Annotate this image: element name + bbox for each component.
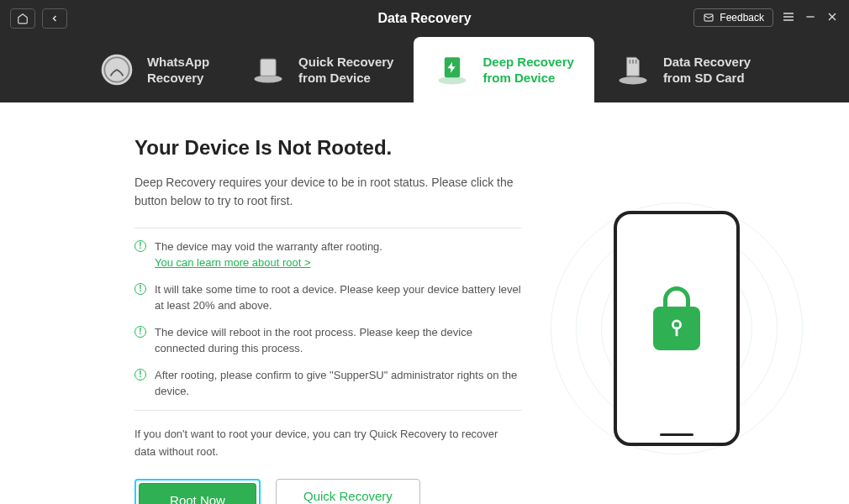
tab-label-line1: Deep Recovery: [483, 54, 573, 71]
tab-sd-recovery[interactable]: Data Recovery from SD Card: [594, 37, 771, 102]
tab-label-line1: Data Recovery: [663, 54, 751, 71]
content: Your Device Is Not Rooted. Deep Recovery…: [0, 102, 849, 504]
minimize-button[interactable]: [804, 10, 817, 26]
tab-whatsapp-recovery[interactable]: WhatsApp Recovery: [78, 37, 229, 102]
tab-label-line2: Recovery: [147, 70, 209, 87]
device-deep-icon: [434, 51, 471, 88]
svg-point-6: [439, 76, 467, 84]
page-heading: Your Device Is Not Rooted.: [134, 136, 521, 160]
tab-label-line2: from Device: [483, 70, 573, 87]
warning-item: ! After rooting, please confirm to give …: [134, 367, 521, 400]
sd-card-icon: [614, 51, 651, 88]
svg-point-8: [619, 76, 646, 84]
warning-icon: !: [134, 369, 146, 381]
warning-text: After rooting, please confirm to give "S…: [155, 367, 521, 400]
svg-rect-11: [635, 60, 637, 64]
whatsapp-icon: [98, 51, 135, 88]
svg-rect-9: [629, 60, 630, 64]
root-now-highlight: Root Now: [134, 479, 261, 504]
warning-item: ! The device may void the warranty after…: [134, 239, 521, 271]
tab-label-line1: Quick Recovery: [298, 54, 393, 71]
svg-rect-10: [632, 60, 634, 64]
page-description: Deep Recovery requires your device to be…: [134, 173, 521, 211]
phone-illustration: [614, 211, 740, 446]
warning-icon: !: [134, 326, 146, 338]
tab-label-line2: from SD Card: [663, 70, 751, 87]
left-pane: Your Device Is Not Rooted. Deep Recovery…: [134, 136, 521, 504]
warning-text: The device may void the warranty after r…: [155, 240, 382, 253]
quick-recovery-button[interactable]: Quick Recovery: [276, 479, 420, 504]
warning-text: The device will reboot in the root proce…: [155, 324, 521, 357]
feedback-button[interactable]: Feedback: [693, 8, 773, 27]
menu-button[interactable]: [782, 10, 795, 26]
tab-label-line2: from Device: [298, 70, 393, 87]
device-quick-icon: [250, 51, 287, 88]
warning-icon: !: [134, 283, 146, 295]
tab-quick-recovery[interactable]: Quick Recovery from Device: [229, 37, 414, 102]
tab-deep-recovery[interactable]: Deep Recovery from Device: [414, 37, 593, 102]
back-button[interactable]: [42, 8, 67, 29]
titlebar: Data Recovery Feedback: [0, 0, 849, 37]
tabs: WhatsApp Recovery Quick Recovery from De…: [0, 37, 849, 102]
svg-rect-13: [676, 327, 678, 336]
warning-item: ! It will take some time to root a devic…: [134, 281, 521, 314]
button-row: Root Now Quick Recovery: [134, 479, 521, 504]
alt-recovery-text: If you don't want to root your device, y…: [134, 426, 521, 461]
right-pane: [555, 136, 799, 504]
window-title: Data Recovery: [377, 11, 471, 26]
learn-more-link[interactable]: You can learn more about root >: [155, 255, 311, 271]
feedback-label: Feedback: [720, 12, 764, 24]
home-button[interactable]: [10, 8, 35, 29]
mail-icon: [703, 13, 715, 23]
divider: [134, 228, 521, 228]
warning-icon: !: [134, 240, 146, 252]
svg-rect-4: [261, 59, 276, 76]
tab-label-line1: WhatsApp: [147, 54, 209, 71]
header: Data Recovery Feedback WhatsApp: [0, 0, 849, 102]
close-button[interactable]: [825, 10, 839, 26]
warning-item: ! The device will reboot in the root pro…: [134, 324, 521, 357]
divider: [134, 410, 521, 411]
warning-text: It will take some time to root a device.…: [155, 281, 521, 314]
lock-icon: [653, 307, 700, 350]
root-now-button[interactable]: Root Now: [139, 483, 256, 504]
